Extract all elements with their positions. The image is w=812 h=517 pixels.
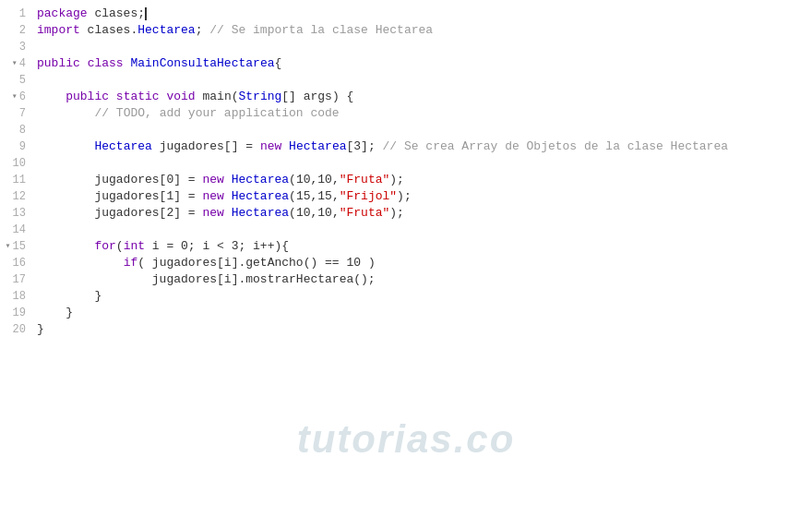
id-token — [37, 90, 66, 103]
code-line: jugadores[0] = new Hectarea(10,10,"Fruta… — [37, 172, 812, 188]
id-token: (10,10, — [289, 173, 340, 186]
code-area: 123▾45▾67891011121314▾151617181920 packa… — [0, 0, 812, 517]
kw-token: static — [116, 90, 160, 103]
kw-token: import — [37, 23, 80, 37]
id-token — [109, 90, 116, 103]
cm-token: // Se crea Array de Objetos de la clase … — [383, 139, 728, 153]
kw-token: new — [202, 189, 223, 203]
code-line — [37, 155, 812, 172]
code-line — [37, 122, 812, 138]
kw-token: new — [202, 173, 223, 186]
kw-token: class — [88, 56, 124, 70]
ty-token: Hectarea — [232, 173, 289, 186]
cm-token: // TODO, add your application code — [94, 106, 339, 120]
ty-token: Hectarea — [232, 189, 289, 203]
code-content[interactable]: package clases;import clases.Hectarea; /… — [33, 4, 812, 513]
id-token: clases; — [88, 6, 145, 20]
id-token: clases. — [80, 23, 137, 37]
id-token — [37, 106, 94, 120]
kw-token: new — [202, 206, 223, 220]
line-number: 18 — [0, 288, 26, 305]
code-line: if( jugadores[i].getAncho() == 10 ) — [37, 255, 812, 271]
id-token: ); — [389, 206, 404, 220]
code-line: public static void main(String[] args) { — [37, 89, 812, 105]
kw-token: new — [260, 139, 281, 153]
ty-token: Hectarea — [232, 206, 289, 220]
id-token: jugadores[0] = — [37, 173, 202, 186]
id-token: [] args) { — [281, 90, 353, 103]
id-token: (15,15, — [289, 189, 340, 203]
id-token — [37, 139, 94, 153]
line-number: 8 — [0, 122, 26, 138]
code-line: package clases; — [37, 6, 812, 22]
line-number: 9 — [0, 138, 26, 155]
code-line: import clases.Hectarea; // Se importa la… — [37, 22, 812, 39]
code-line: } — [37, 288, 812, 305]
ty-token: String — [239, 90, 282, 103]
line-number: 20 — [0, 321, 26, 338]
code-line: public class MainConsultaHectarea{ — [37, 55, 812, 72]
id-token: ; — [196, 23, 210, 37]
cm-token: // Se importa la clase Hectarea — [209, 23, 433, 37]
code-line: jugadores[1] = new Hectarea(15,15,"Frijo… — [37, 188, 812, 205]
line-number: 17 — [0, 271, 26, 288]
id-token: [3]; — [347, 139, 383, 153]
fold-arrow-icon[interactable]: ▾ — [12, 89, 18, 105]
code-line — [37, 222, 812, 238]
id-token: ); — [389, 173, 404, 186]
line-number: 7 — [0, 105, 26, 122]
line-number: 13 — [0, 205, 26, 222]
id-token: jugadores[] = — [152, 139, 260, 153]
editor-container: 123▾45▾67891011121314▾151617181920 packa… — [0, 0, 812, 517]
id-token — [37, 256, 124, 270]
code-line: } — [37, 305, 812, 321]
fold-arrow-icon[interactable]: ▾ — [6, 238, 11, 255]
line-number: 3 — [0, 39, 26, 55]
line-number: 16 — [0, 255, 26, 271]
line-number: 19 — [0, 305, 26, 321]
code-line — [37, 72, 812, 89]
code-line — [37, 39, 812, 55]
kw-token: for — [94, 239, 115, 253]
code-line: jugadores[2] = new Hectarea(10,10,"Fruta… — [37, 205, 812, 222]
id-token: jugadores[2] = — [37, 206, 202, 220]
line-numbers: 123▾45▾67891011121314▾151617181920 — [0, 4, 33, 513]
kw-token: if — [124, 256, 138, 270]
id-token: i = 0; i < 3; i++){ — [145, 239, 289, 253]
line-number: ▾6 — [0, 89, 26, 105]
kw-token: package — [37, 6, 88, 20]
id-token: jugadores[1] = — [37, 189, 202, 203]
id-token: ( — [116, 239, 124, 253]
id-token: ( jugadores[i].getAncho() == 10 ) — [137, 256, 375, 270]
id-token: main( — [196, 90, 239, 103]
id-token: { — [274, 56, 281, 70]
line-number: 2 — [0, 22, 26, 39]
id-token — [281, 139, 289, 153]
id-token — [224, 189, 232, 203]
id-token: (10,10, — [289, 206, 340, 220]
id-token — [224, 206, 232, 220]
code-line: jugadores[i].mostrarHectarea(); — [37, 271, 812, 288]
id-token: } — [37, 322, 44, 336]
line-number: 11 — [0, 172, 26, 188]
line-number: 5 — [0, 72, 26, 89]
code-line: // TODO, add your application code — [37, 105, 812, 122]
line-number: 14 — [0, 222, 26, 238]
kw-token: void — [166, 90, 195, 103]
id-token — [80, 56, 88, 70]
code-line: } — [37, 321, 812, 338]
kw-token: public — [66, 90, 109, 103]
id-token — [37, 239, 94, 253]
code-line: for(int i = 0; i < 3; i++){ — [37, 238, 812, 255]
id-token: ); — [397, 189, 412, 203]
kw-token: public — [37, 56, 80, 70]
id-token: } — [37, 306, 73, 319]
fold-arrow-icon[interactable]: ▾ — [12, 55, 18, 72]
ty-token: MainConsultaHectarea — [130, 56, 274, 70]
st-token: "Frijol" — [340, 189, 397, 203]
line-number: 12 — [0, 188, 26, 205]
line-number: ▾15 — [0, 238, 26, 255]
id-token — [224, 173, 232, 186]
ty-token: Hectarea — [289, 139, 346, 153]
line-number: ▾4 — [0, 55, 26, 72]
